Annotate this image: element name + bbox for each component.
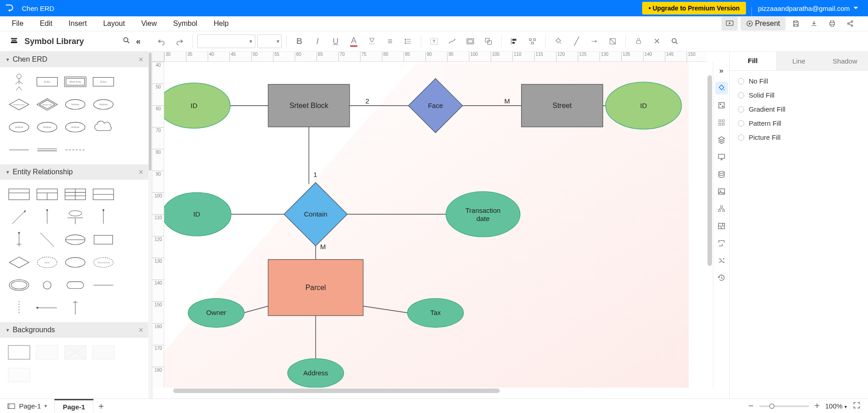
fullscreen-icon[interactable] — [853, 401, 861, 411]
shape-entity2[interactable]: Entity — [91, 72, 116, 92]
shape-vline[interactable] — [63, 298, 88, 318]
font-family-select[interactable]: ▾ — [197, 34, 255, 48]
save-icon[interactable] — [788, 17, 804, 30]
upgrade-button[interactable]: • Upgrade to Premium Version — [642, 2, 746, 15]
close-icon[interactable]: × — [138, 167, 143, 177]
close-icon[interactable]: × — [138, 55, 143, 64]
shape-entity[interactable]: Entity — [34, 72, 60, 92]
shape-hline[interactable] — [91, 275, 116, 295]
grid-icon[interactable] — [715, 116, 728, 129]
library-icon[interactable] — [9, 36, 19, 47]
shape-hline2[interactable] — [34, 298, 60, 318]
shape-table1[interactable] — [6, 184, 32, 204]
presentation-icon[interactable] — [715, 151, 728, 163]
shape-conn4[interactable] — [6, 230, 32, 250]
orgchart-icon[interactable] — [715, 202, 728, 215]
line-style-button[interactable]: ╱ — [568, 34, 585, 49]
menu-edit[interactable]: Edit — [32, 18, 61, 30]
menu-file[interactable]: File — [4, 18, 32, 30]
shape-weak-relationship[interactable]: Relationship — [34, 94, 60, 114]
add-page-button[interactable]: ＋ — [93, 399, 109, 413]
menu-layout[interactable]: Layout — [95, 18, 133, 30]
data-icon[interactable] — [715, 168, 728, 181]
bold-button[interactable]: B — [291, 34, 307, 49]
tab-line[interactable]: Line — [776, 52, 822, 70]
bg-4[interactable] — [91, 342, 116, 362]
shape-conn5[interactable] — [34, 230, 60, 250]
shape-dashed-ellipse[interactable]: Derived attribute — [91, 252, 116, 272]
zoom-slider[interactable] — [759, 405, 809, 407]
zoom-in-button[interactable]: + — [814, 401, 820, 411]
font-size-select[interactable]: ▾ — [257, 34, 282, 48]
shape-conn2[interactable] — [63, 207, 88, 227]
align-text-button[interactable]: ≡ — [382, 34, 398, 49]
menu-insert[interactable]: Insert — [60, 18, 95, 30]
undo-button[interactable] — [153, 34, 170, 49]
shape-relationship[interactable]: Relationship — [6, 94, 32, 114]
present-button[interactable]: Present — [741, 17, 785, 30]
fill-option-nofill[interactable]: No Fill — [738, 77, 860, 85]
shape-weak-entity[interactable]: Weak Entity — [63, 72, 88, 92]
theme-color-icon[interactable] — [715, 82, 728, 94]
search-icon[interactable] — [122, 36, 131, 47]
font-color-button[interactable]: A — [346, 34, 362, 49]
connector-button[interactable] — [444, 34, 460, 49]
canvas-scrollbar-v[interactable] — [707, 62, 713, 388]
close-icon[interactable]: × — [138, 325, 143, 335]
shape-attribute-3[interactable]: Attribute — [6, 117, 32, 137]
zoom-value[interactable]: 100% ▾ — [825, 402, 847, 410]
style-icon[interactable] — [715, 99, 728, 112]
shape-cloud[interactable] — [91, 117, 116, 137]
collapse-panel-icon[interactable]: « — [136, 37, 141, 46]
shape-attribute-2[interactable]: Attribute — [91, 94, 116, 114]
history-icon[interactable] — [715, 271, 728, 284]
diagram-canvas[interactable]: 2M1MSrteet BlockStreetParcelFaceContainI… — [164, 62, 707, 388]
tools-button[interactable]: ✕ — [649, 34, 665, 49]
shuffle-icon[interactable] — [715, 254, 728, 267]
panel-section-chen-erd[interactable]: ▼Chen ERD× — [0, 52, 149, 67]
download-icon[interactable] — [806, 17, 822, 30]
shape-diamond[interactable] — [6, 252, 32, 272]
shape-double-ellipse[interactable] — [6, 275, 32, 295]
group-button[interactable] — [480, 34, 497, 49]
shape-line2[interactable] — [34, 140, 60, 160]
bg-1[interactable] — [6, 342, 32, 362]
share-icon[interactable] — [843, 17, 858, 30]
floorplan-icon[interactable] — [715, 220, 728, 232]
app-logo[interactable] — [0, 0, 19, 16]
shape-rect[interactable] — [91, 230, 116, 250]
layers-icon[interactable] — [715, 133, 728, 146]
zoom-out-button[interactable]: − — [748, 401, 754, 411]
bg-5[interactable] — [6, 365, 32, 385]
panel-section-backgrounds[interactable]: ▼Backgrounds× — [0, 322, 149, 338]
fill-color-button[interactable] — [550, 34, 566, 49]
shape-attribute[interactable]: Attribute — [63, 94, 88, 114]
shape-roundrect[interactable] — [63, 275, 88, 295]
spacing-icon[interactable] — [715, 237, 728, 250]
user-menu[interactable]: pizzaaandparatha@gmail.com — [758, 5, 858, 12]
bg-2[interactable] — [34, 342, 60, 362]
arrow-style-button[interactable] — [586, 34, 603, 49]
panel-scrollbar[interactable] — [149, 53, 151, 171]
line-spacing-button[interactable] — [400, 34, 416, 49]
canvas-scrollbar-h[interactable] — [164, 388, 707, 394]
menu-view[interactable]: View — [133, 18, 165, 30]
fill-option-solid[interactable]: Solid Fill — [738, 91, 860, 99]
shape-attribute-4[interactable]: Attribute — [34, 117, 60, 137]
lock-button[interactable] — [630, 34, 647, 49]
eraser-button[interactable] — [605, 34, 621, 49]
menu-help[interactable]: Help — [205, 18, 237, 30]
fill-option-pattern[interactable]: Pattern Fill — [738, 119, 860, 127]
underline-button[interactable]: U — [327, 34, 344, 49]
page-tab-1[interactable]: Page-1 — [54, 399, 93, 413]
distribute-button[interactable] — [524, 34, 541, 49]
text-box-button[interactable]: T — [426, 34, 442, 49]
redo-button[interactable] — [171, 34, 188, 49]
shape-table3[interactable] — [63, 184, 88, 204]
panel-section-er[interactable]: ▼Entity Relationship× — [0, 164, 149, 180]
container-button[interactable] — [462, 34, 478, 49]
shape-arrow-ne[interactable] — [6, 207, 32, 227]
page-selector[interactable]: Page-1 ▾ — [0, 402, 54, 410]
expand-rail-icon[interactable]: » — [715, 64, 728, 77]
highlight-button[interactable] — [364, 34, 380, 49]
